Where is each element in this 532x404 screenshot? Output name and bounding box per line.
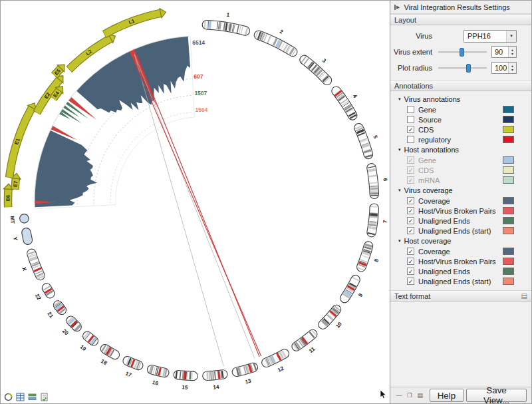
checkbox[interactable]: ✓ — [407, 207, 414, 214]
chromosome-9[interactable]: 9 — [343, 278, 364, 298]
chromosome-MT[interactable]: MT — [9, 214, 29, 224]
checkbox[interactable]: ✓ — [407, 258, 414, 265]
collapse-triangle-icon[interactable]: ▾ — [398, 188, 401, 193]
color-swatch[interactable] — [503, 227, 514, 234]
collapse-triangle-icon[interactable]: ▾ — [398, 147, 401, 152]
annotation-section-title[interactable]: ▾Virus annotations — [390, 94, 531, 104]
chromosome-14[interactable]: 14 — [207, 371, 224, 390]
chromosome-10[interactable]: 10 — [321, 306, 343, 329]
chromosome-6[interactable]: 6 — [368, 166, 388, 196]
annotations-content: ▾Virus annotationsGeneSource✓CDSregulato… — [390, 91, 531, 290]
dock-panel-icon[interactable]: ▤ — [416, 391, 424, 400]
annotation-item-source: Source — [390, 114, 531, 124]
color-swatch[interactable] — [503, 176, 514, 184]
plot-radius-spinbox[interactable]: 100 ▴ ▾ — [491, 62, 517, 74]
checkbox[interactable]: ✓ — [407, 248, 414, 255]
chromosome-21[interactable]: 21 — [46, 302, 65, 319]
coverage-scale-labels: 651460715071564 — [192, 39, 207, 113]
color-swatch[interactable] — [503, 258, 514, 265]
collapse-panel-icon[interactable]: ▶ — [394, 5, 400, 10]
virus-label: Virus — [393, 32, 437, 40]
annotation-item-coverage: ✓Coverage — [390, 196, 531, 206]
show-table-icon[interactable] — [15, 392, 25, 401]
chromosome-11[interactable]: 11 — [294, 330, 317, 354]
virus-extent-slider[interactable] — [438, 47, 487, 57]
virus-dropdown[interactable]: PPH16 ▾ — [464, 30, 517, 43]
chromosome-12[interactable]: 12 — [265, 351, 286, 373]
virus-gene-label: E6 — [5, 195, 11, 201]
chromosome-2[interactable]: 2 — [255, 29, 296, 56]
scale-value-label: 1564 — [195, 106, 207, 113]
chromosome-4[interactable]: 4 — [334, 90, 358, 118]
collapse-triangle-icon[interactable]: ▾ — [398, 97, 401, 102]
chromosome-19[interactable]: 19 — [79, 332, 97, 353]
checkbox[interactable]: ✓ — [407, 278, 414, 285]
checkbox[interactable]: ✓ — [407, 217, 414, 224]
spin-down-icon[interactable]: ▾ — [511, 68, 513, 72]
chromosome-20[interactable]: 20 — [61, 317, 81, 337]
application-window: E6E7E1E2E4E5L2L1123456789101112131415161… — [0, 0, 532, 404]
chromosome-13[interactable]: 13 — [237, 363, 256, 385]
virus-extent-value[interactable]: 90 — [492, 47, 508, 57]
help-button[interactable]: Help — [430, 389, 464, 402]
color-swatch[interactable] — [503, 126, 514, 133]
plot-radius-value[interactable]: 100 — [492, 63, 508, 73]
checkbox[interactable] — [407, 136, 414, 143]
virus-extent-spinbox[interactable]: 90 ▴ ▾ — [491, 46, 517, 58]
section-title-text: Host coverage — [404, 237, 452, 245]
color-swatch[interactable] — [503, 166, 514, 174]
plot-canvas[interactable]: E6E7E1E2E4E5L2L1123456789101112131415161… — [1, 1, 390, 403]
slider-handle[interactable] — [460, 48, 464, 57]
checkbox[interactable]: ✓ — [407, 197, 414, 204]
checkbox[interactable] — [407, 106, 414, 113]
chromosome-1[interactable]: 1 — [205, 12, 248, 35]
color-swatch[interactable] — [503, 106, 514, 113]
color-swatch[interactable] — [503, 207, 514, 214]
chromosome-Y[interactable]: Y — [12, 232, 28, 241]
chromosome-3[interactable]: 3 — [301, 57, 329, 83]
chromosome-15[interactable]: 15 — [176, 371, 194, 390]
annotation-section-title[interactable]: ▾Virus coverage — [390, 185, 531, 196]
annotations-group-header[interactable]: Annotations — [390, 80, 531, 91]
checkbox[interactable]: ✓ — [407, 126, 414, 133]
checkbox[interactable] — [407, 116, 414, 123]
color-swatch[interactable] — [503, 116, 514, 123]
color-swatch[interactable] — [503, 268, 514, 275]
annotation-item-host-virus-broken-pairs: ✓Host/Virus Broken Pairs — [390, 206, 531, 216]
show-circular-view-icon[interactable] — [3, 392, 13, 401]
color-swatch[interactable] — [503, 248, 514, 255]
layout-group-header[interactable]: Layout — [390, 14, 531, 25]
annotation-section-title[interactable]: ▾Host coverage — [390, 236, 531, 246]
annotation-section-title[interactable]: ▾Host annotations — [390, 144, 531, 155]
slider-handle[interactable] — [466, 64, 471, 73]
chromosome-16[interactable]: 16 — [150, 365, 167, 386]
color-swatch[interactable] — [503, 156, 514, 164]
chromosome-22[interactable]: 22 — [34, 286, 53, 302]
color-swatch[interactable] — [503, 278, 514, 285]
chromosome-5[interactable]: 5 — [355, 126, 378, 157]
chromosome-X[interactable]: X — [21, 252, 44, 279]
collapse-triangle-icon[interactable]: ▾ — [398, 238, 401, 244]
color-swatch[interactable] — [503, 136, 514, 143]
circular-integration-plot[interactable]: E6E7E1E2E4E5L2L1123456789101112131415161… — [1, 1, 390, 390]
show-track-list-icon[interactable] — [27, 392, 37, 401]
chromosome-8[interactable]: 8 — [357, 244, 380, 270]
spinner-buttons[interactable]: ▴ ▾ — [508, 47, 516, 57]
text-format-group-header[interactable]: Text format ▤ — [390, 290, 531, 302]
dropdown-arrow-icon[interactable]: ▾ — [506, 31, 516, 42]
save-view-button[interactable]: Save View... — [466, 389, 527, 402]
chromosome-18[interactable]: 18 — [100, 345, 115, 366]
checkbox[interactable]: ✓ — [407, 227, 414, 234]
annotation-item-gene: Gene — [390, 104, 531, 114]
show-report-icon[interactable] — [39, 392, 49, 401]
float-panel-icon[interactable]: ❐ — [406, 391, 414, 400]
plot-radius-slider[interactable] — [438, 63, 487, 73]
spin-down-icon[interactable]: ▾ — [511, 52, 513, 56]
color-swatch[interactable] — [503, 217, 514, 224]
chromosome-17[interactable]: 17 — [124, 357, 141, 378]
minimize-panel-icon[interactable]: — — [395, 391, 403, 400]
spinner-buttons[interactable]: ▴ ▾ — [508, 63, 516, 73]
checkbox[interactable]: ✓ — [407, 268, 414, 275]
color-swatch[interactable] — [503, 197, 514, 204]
chromosome-7[interactable]: 7 — [368, 206, 388, 234]
